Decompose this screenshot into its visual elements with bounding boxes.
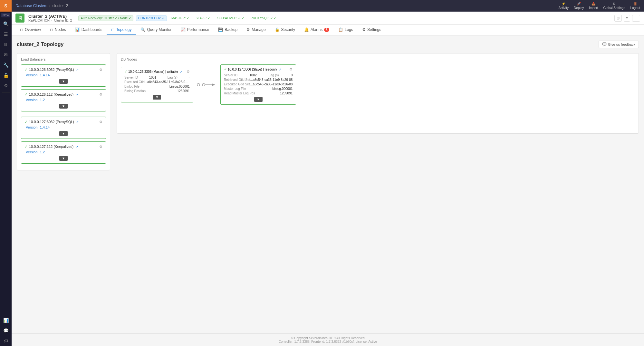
- lb-keepalived1-toggle: ▼: [24, 104, 102, 109]
- db-panel-title: DB Nodes: [121, 57, 635, 61]
- cluster-info: Cluster_2 (ACTIVE) REPLICATION · Cluster…: [28, 14, 72, 22]
- global-settings-btn[interactable]: ⚙ Global Settings: [603, 2, 625, 10]
- sidebar-item-menu[interactable]: ☰: [0, 29, 12, 39]
- tab-topology[interactable]: ◻ Topology: [107, 25, 136, 35]
- db-master-binlog-pos-row: Binlog Position 1239091: [124, 89, 190, 93]
- content-area: cluster_2 Topology 💬 Give us feedback Lo…: [12, 35, 644, 333]
- lb-keepalived1-header: ✓ 10.0.0.126:112 (Keepalived) ↗ ⚙: [24, 92, 102, 97]
- tab-dashboards[interactable]: 📊 Dashboards: [71, 25, 107, 35]
- alarms-icon: 🔔: [304, 27, 309, 32]
- db-slave-executed-gtid-row: Executed Gtid Set ...a8c543-ca35-11e9-8a…: [224, 82, 293, 86]
- import-btn[interactable]: 📥 Import: [589, 2, 598, 10]
- tab-security[interactable]: 🔒 Security: [270, 25, 300, 35]
- sidebar-item-chat[interactable]: 💬: [0, 325, 12, 336]
- sidebar-item-clusters[interactable]: 🖥: [0, 39, 12, 50]
- db-master-lag-label: Lag (s): [168, 76, 178, 79]
- activity-btn[interactable]: ⚡ Activity: [558, 2, 569, 10]
- db-master-binlog-row: Binlog File binlog.000001: [124, 85, 190, 88]
- db-nodes-layout: ✓ 10.0.0.126:3306 (Master) | writable ↗ …: [121, 64, 635, 105]
- db-master-server-id-row: Server ID 1001 Lag (s) -: [124, 76, 190, 79]
- activity-label: Activity: [558, 6, 569, 10]
- tab-alarms[interactable]: 🔔 Alarms 8: [300, 25, 334, 35]
- tab-logs[interactable]: 📋 Logs: [334, 25, 358, 35]
- db-master-binlog-pos-value: 1239091: [177, 89, 190, 93]
- logout-btn[interactable]: 🚪 Logout: [630, 2, 640, 10]
- lb-proxysql1-toggle-btn[interactable]: ▼: [59, 79, 68, 84]
- lb-keepalived2-name: 10.0.0.127:112 (Keepalived): [29, 145, 73, 149]
- activity-icon: ⚡: [562, 2, 565, 5]
- app-logo: S: [0, 0, 12, 12]
- lb-keepalived2-settings-icon[interactable]: ⚙: [99, 145, 102, 149]
- breadcrumb-current: cluster_2: [53, 4, 68, 8]
- global-settings-label: Global Settings: [603, 6, 625, 10]
- query-monitor-icon: 🔍: [140, 27, 145, 32]
- feedback-button[interactable]: 💬 Give us feedback: [599, 41, 639, 48]
- tab-settings[interactable]: ⚙ Settings: [358, 25, 386, 35]
- tab-manage[interactable]: ⚙ Manage: [242, 25, 270, 35]
- db-master-executed-gtid-label: Executed Gtid: [124, 80, 145, 84]
- deploy-icon: 🚀: [577, 2, 581, 5]
- lb-keepalived1-version: Version 1.2: [24, 98, 102, 102]
- cluster-grid-view-btn[interactable]: ⊞: [614, 15, 622, 22]
- db-slave-master-log-label: Master Log File: [224, 87, 246, 91]
- keepalived-badge: KEEPALIVED: ✓ ✓: [215, 16, 246, 21]
- tabs-bar: ◻ Overview ◻ Nodes 📊 Dashboards ◻ Topolo…: [12, 25, 644, 35]
- deploy-btn[interactable]: 🚀 Deploy: [574, 2, 584, 10]
- sidebar: S NEW 🔍 ☰ 🖥 ✉ 🔧 🔒 ⚙ 📊 💬 🏷: [0, 0, 12, 346]
- lb-proxysql2-toggle-btn[interactable]: ▼: [59, 131, 68, 136]
- tab-nodes[interactable]: ◻ Nodes: [45, 25, 71, 35]
- db-slave-server-id-label: Server ID: [224, 73, 237, 77]
- controller-badge: CONTROLLER: ✓: [136, 15, 167, 21]
- db-slave-read-master-log-label: Read Master Log Pos: [224, 91, 255, 95]
- db-master-executed-gtid-row: Executed Gtid ...a8c543-ca35-11e9-8a26-0…: [124, 80, 190, 84]
- lb-keepalived2-link[interactable]: ↗: [75, 145, 78, 149]
- security-icon: 🔒: [275, 27, 280, 32]
- sidebar-item-reports[interactable]: 📊: [0, 315, 12, 325]
- tab-performance[interactable]: 📈 Performance: [176, 25, 214, 35]
- sidebar-item-settings[interactable]: ⚙: [0, 81, 12, 91]
- lb-proxysql1-link[interactable]: ↗: [76, 68, 79, 72]
- feedback-icon: 💬: [602, 42, 607, 46]
- sidebar-item-mail[interactable]: ✉: [0, 50, 12, 60]
- db-slave-status-icon: ✓: [224, 67, 227, 72]
- db-slave-title: ✓ 10.0.0.127:3306 (Slave) | readonly ↗: [224, 67, 281, 72]
- lb-proxysql1-settings-icon[interactable]: ⚙: [99, 68, 102, 72]
- db-slave-retrieved-gtid-row: Retrieved Gtid Set ...a8c543-ca35-11e9-8…: [224, 78, 293, 82]
- cluster-list-view-btn[interactable]: ≡: [624, 15, 630, 22]
- import-icon: 📥: [591, 2, 595, 5]
- db-master-binlog-pos-label: Binlog Position: [124, 89, 146, 93]
- new-button[interactable]: NEW: [1, 13, 10, 17]
- sidebar-item-security[interactable]: 🔒: [0, 70, 12, 81]
- lb-panel-title: Load Balancers: [21, 57, 106, 61]
- db-master-toggle: ▼: [124, 95, 190, 100]
- db-slave-settings-icon[interactable]: ⚙: [289, 67, 293, 72]
- sidebar-item-tools[interactable]: 🔧: [0, 60, 12, 70]
- tab-backup[interactable]: 💾 Backup: [214, 25, 242, 35]
- performance-icon: 📈: [181, 27, 186, 32]
- tab-query-monitor[interactable]: 🔍 Query Monitor: [136, 25, 176, 35]
- tab-overview[interactable]: ◻ Overview: [15, 25, 45, 35]
- lb-keepalived1-title: ✓ 10.0.0.126:112 (Keepalived) ↗: [24, 92, 78, 97]
- cluster-more-btn[interactable]: ⋯: [632, 15, 640, 22]
- db-slave-toggle-btn[interactable]: ▼: [254, 97, 263, 102]
- db-slave-header: ✓ 10.0.0.127:3306 (Slave) | readonly ↗ ⚙: [224, 67, 293, 72]
- lb-proxysql2-header: ✓ 10.0.0.127:6032 (ProxySQL) ↗ ⚙: [24, 120, 102, 124]
- lb-keepalived1-link[interactable]: ↗: [75, 93, 78, 96]
- lb-proxysql2-settings-icon[interactable]: ⚙: [99, 120, 102, 124]
- lb-keepalived2-toggle-btn[interactable]: ▼: [59, 156, 68, 161]
- db-master-toggle-btn[interactable]: ▼: [153, 95, 161, 100]
- cluster-header: 🗄 Cluster_2 (ACTIVE) REPLICATION · Clust…: [12, 12, 644, 25]
- lb-keepalived1-toggle-btn[interactable]: ▼: [59, 104, 68, 109]
- lb-keepalived1-settings-icon[interactable]: ⚙: [99, 92, 102, 97]
- lb-proxysql2-link[interactable]: ↗: [76, 120, 79, 124]
- db-master-settings-icon[interactable]: ⚙: [187, 70, 190, 74]
- topbar-actions: ⚡ Activity 🚀 Deploy 📥 Import ⚙ Global Se…: [558, 2, 640, 10]
- lb-node-keepalived-1: ✓ 10.0.0.126:112 (Keepalived) ↗ ⚙ Versio…: [21, 89, 106, 111]
- sidebar-item-search[interactable]: 🔍: [0, 19, 12, 29]
- db-slave-retrieved-gtid-label: Retrieved Gtid Set: [224, 78, 250, 82]
- db-slave-link[interactable]: ↗: [279, 68, 281, 71]
- db-master-link[interactable]: ↗: [180, 70, 182, 73]
- lb-proxysql1-toggle: ▼: [24, 79, 102, 84]
- breadcrumb-link[interactable]: Database Clusters: [15, 4, 47, 8]
- sidebar-item-tags[interactable]: 🏷: [0, 336, 12, 346]
